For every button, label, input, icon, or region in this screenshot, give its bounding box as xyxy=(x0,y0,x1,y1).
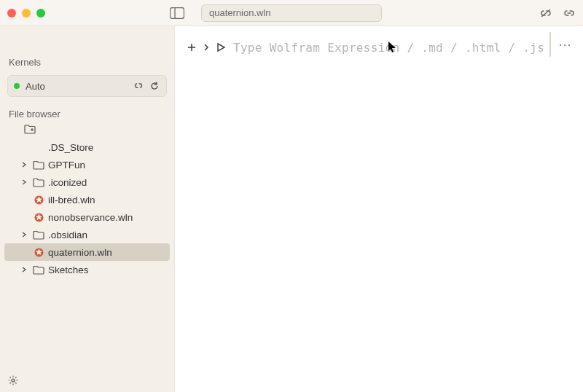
folder-icon xyxy=(32,160,45,170)
file-browser-title: File browser xyxy=(9,109,60,119)
sidebar: Kernels Auto File browser .DS_StoreGPTFu… xyxy=(0,26,175,392)
wolfram-file-icon xyxy=(32,212,45,223)
kernels-title: Kernels xyxy=(0,52,174,72)
chevron-right-icon[interactable] xyxy=(19,179,29,186)
tree-item-label: .obsidian xyxy=(48,230,87,240)
tree-item-ill-bred-wln[interactable]: ill-bred.wln xyxy=(4,191,170,208)
run-cell-icon[interactable] xyxy=(216,42,226,52)
minimize-window-button[interactable] xyxy=(22,9,31,17)
tree-item-label: quaternion.wln xyxy=(48,247,112,258)
filename-text: quaternion.wln xyxy=(209,7,271,18)
cell-bracket[interactable] xyxy=(549,32,551,57)
chevron-right-icon[interactable] xyxy=(19,231,29,238)
file-tree: .DS_StoreGPTFun.iconizedill-bred.wlnnono… xyxy=(0,137,174,283)
tree-item-label: nonobservance.wln xyxy=(48,212,133,223)
new-folder-button[interactable] xyxy=(0,121,174,137)
svg-rect-0 xyxy=(171,7,184,18)
file-browser-header: File browser xyxy=(0,104,174,121)
tree-item-label: .iconized xyxy=(48,177,87,188)
editor-pane: Type Wolfram Expression / .md / .html / … xyxy=(175,26,583,392)
unlink-icon[interactable] xyxy=(539,7,552,20)
new-folder-icon xyxy=(23,124,36,134)
settings-icon[interactable] xyxy=(7,375,19,386)
window-controls xyxy=(7,9,45,17)
kernel-link-icon[interactable] xyxy=(133,80,144,92)
sidebar-footer xyxy=(0,369,174,392)
folder-icon xyxy=(32,230,45,240)
kernel-status-dot-icon xyxy=(14,83,20,89)
chevron-right-icon[interactable] xyxy=(19,266,29,273)
tree-item-label: ill-bred.wln xyxy=(48,195,95,205)
tree-item-label: Sketches xyxy=(48,264,89,275)
wolfram-file-icon xyxy=(32,247,45,258)
titlebar-right-icons xyxy=(539,7,576,20)
link-icon[interactable] xyxy=(563,7,576,20)
wolfram-file-icon xyxy=(32,195,45,205)
tree-item--obsidian[interactable]: .obsidian xyxy=(4,226,170,243)
add-cell-icon[interactable] xyxy=(187,42,197,52)
filename-field[interactable]: quaternion.wln xyxy=(201,4,382,22)
folder-icon xyxy=(32,265,45,275)
main: Kernels Auto File browser .DS_StoreGPTFu… xyxy=(0,26,583,392)
cell-toolbar xyxy=(187,42,226,52)
close-window-button[interactable] xyxy=(7,9,16,17)
tree-item-sketches[interactable]: Sketches xyxy=(4,261,170,278)
cell-placeholder: Type Wolfram Expression / .md / .html / … xyxy=(233,41,544,55)
tree-item-quaternion-wln[interactable]: quaternion.wln xyxy=(4,243,170,261)
titlebar: quaternion.wln xyxy=(0,0,583,26)
folder-icon xyxy=(32,178,45,187)
chevron-right-icon[interactable] xyxy=(19,161,29,168)
tree-item-label: .DS_Store xyxy=(48,142,93,153)
kernel-label: Auto xyxy=(26,81,127,92)
tree-item-gptfun[interactable]: GPTFun xyxy=(4,156,170,173)
chevron-right-icon[interactable] xyxy=(203,42,210,52)
svg-point-16 xyxy=(12,379,15,382)
fullscreen-window-button[interactable] xyxy=(36,9,45,17)
sidebar-toggle-button[interactable] xyxy=(169,7,185,20)
tree-item-nonobservance-wln[interactable]: nonobservance.wln xyxy=(4,208,170,226)
tree-item--iconized[interactable]: .iconized xyxy=(4,173,170,191)
tree-item-label: GPTFun xyxy=(48,160,85,170)
kernel-selector[interactable]: Auto xyxy=(7,75,167,97)
cell-input-bar[interactable]: Type Wolfram Expression / .md / .html / … xyxy=(187,36,571,58)
cell-more-icon[interactable]: ⋯ xyxy=(558,36,573,52)
kernel-actions xyxy=(133,80,160,92)
tree-item--ds-store[interactable]: .DS_Store xyxy=(4,138,170,156)
kernel-restart-icon[interactable] xyxy=(149,80,160,92)
